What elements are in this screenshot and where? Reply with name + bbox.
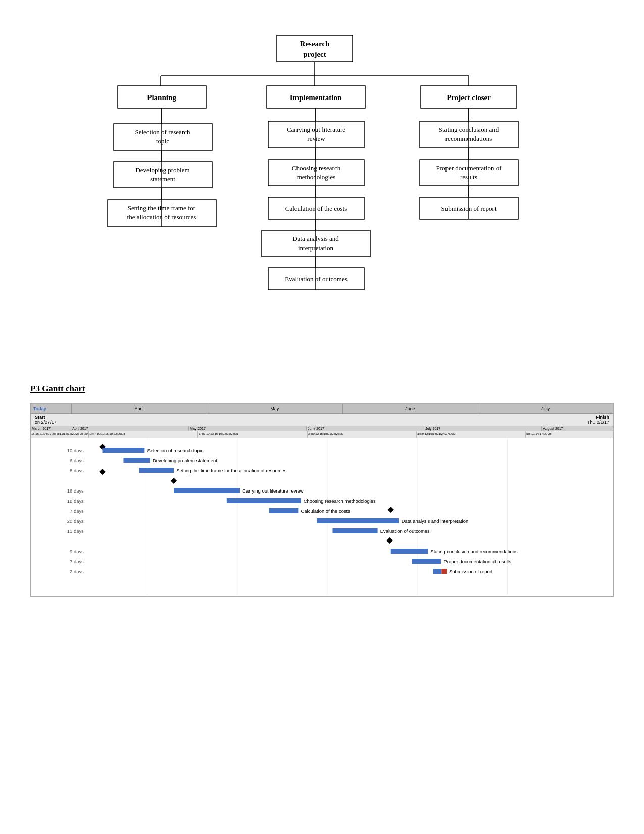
gantt-month-april: April bbox=[71, 404, 207, 413]
gantt-month-cell-2: May 2017 bbox=[189, 426, 307, 431]
svg-text:18 days: 18 days bbox=[67, 499, 84, 504]
svg-rect-29 bbox=[268, 121, 364, 148]
svg-text:Carrying out literature review: Carrying out literature review bbox=[242, 488, 304, 494]
svg-rect-16 bbox=[114, 124, 212, 150]
svg-text:Stating conclusion and recomme: Stating conclusion and recommendations bbox=[430, 549, 518, 554]
gantt-dates-april: 1|4|7|10|13|16|19|22|25|28 bbox=[89, 431, 198, 438]
svg-text:Implementation: Implementation bbox=[289, 93, 341, 102]
svg-text:8 days: 8 days bbox=[70, 468, 84, 473]
svg-text:Data analysis and interpretati: Data analysis and interpretation bbox=[402, 519, 468, 524]
svg-text:Calculation of the costs: Calculation of the costs bbox=[301, 509, 351, 514]
gantt-dates-july: 3|6|9|12|15|18|21|24|27|30|2 bbox=[417, 431, 526, 438]
gantt-month-row: March 2017 April 2017 May 2017 June 2017… bbox=[31, 426, 613, 431]
gantt-header: Today April May June July bbox=[31, 404, 613, 414]
gantt-month-cell-5: August 2017 bbox=[542, 426, 613, 431]
svg-text:Proper documentation of result: Proper documentation of results bbox=[444, 559, 512, 564]
gantt-dates-may: 1|4|7|10|13|16|19|22|25|28|31 bbox=[198, 431, 307, 438]
svg-text:Setting the time frame for the: Setting the time frame for the allocatio… bbox=[176, 468, 287, 473]
gantt-month-june: June bbox=[342, 404, 478, 413]
svg-text:20 days: 20 days bbox=[67, 519, 84, 524]
svg-rect-83 bbox=[269, 508, 299, 513]
svg-text:review: review bbox=[307, 135, 325, 142]
svg-text:Developing problem: Developing problem bbox=[135, 166, 189, 174]
gantt-dates-aug: 5|8|11|14|17|20|28 bbox=[526, 431, 613, 438]
svg-text:Evaluation of outcomes: Evaluation of outcomes bbox=[380, 529, 430, 534]
svg-text:Selection of research: Selection of research bbox=[135, 128, 190, 136]
svg-rect-73 bbox=[139, 468, 174, 473]
start-date: on 2/27/17 bbox=[35, 420, 57, 425]
svg-text:9 days: 9 days bbox=[70, 549, 84, 554]
gantt-month-cell-0: March 2017 bbox=[31, 426, 71, 431]
gantt-month-cell-3: June 2017 bbox=[307, 426, 424, 431]
gantt-dates-june: 3|6|9|12|15|18|21|24|27|30 bbox=[308, 431, 417, 438]
svg-text:Developing problem statement: Developing problem statement bbox=[153, 458, 217, 463]
gantt-dates-march: 15|18|21|24|27|2|5|8|11|14|17|20|25|26|2… bbox=[31, 431, 89, 438]
svg-text:10 days: 10 days bbox=[67, 448, 84, 453]
wbs-svg: .box-bold { font-family: 'Times New Roma… bbox=[82, 20, 562, 364]
svg-text:16 days: 16 days bbox=[67, 488, 84, 494]
svg-rect-99 bbox=[433, 569, 442, 574]
svg-rect-77 bbox=[174, 488, 240, 493]
svg-rect-96 bbox=[412, 559, 441, 564]
svg-text:Calculation of the costs: Calculation of the costs bbox=[285, 205, 346, 212]
svg-text:11 days: 11 days bbox=[67, 529, 84, 534]
gantt-dates-row: 15|18|21|24|27|2|5|8|11|14|17|20|25|26|2… bbox=[31, 431, 613, 438]
svg-text:Planning: Planning bbox=[147, 93, 176, 102]
svg-text:2 days: 2 days bbox=[70, 569, 84, 574]
gantt-bars-svg: Selection of research topic 10 days Deve… bbox=[31, 438, 613, 595]
svg-rect-33 bbox=[268, 160, 364, 186]
svg-text:project: project bbox=[303, 50, 326, 58]
svg-rect-86 bbox=[317, 518, 399, 523]
svg-rect-67 bbox=[103, 448, 145, 453]
svg-text:Project closer: Project closer bbox=[447, 93, 491, 102]
svg-text:Submission of report: Submission of report bbox=[449, 569, 493, 574]
start-label: Start bbox=[35, 415, 45, 420]
gantt-body: Selection of research topic 10 days Deve… bbox=[31, 438, 613, 596]
svg-text:Carrying out literature: Carrying out literature bbox=[286, 126, 345, 133]
svg-rect-100 bbox=[441, 569, 447, 574]
gantt-month-may: May bbox=[207, 404, 342, 413]
svg-marker-76 bbox=[171, 478, 177, 484]
svg-rect-20 bbox=[114, 162, 212, 188]
gantt-title: P3 Gantt chart bbox=[30, 384, 614, 394]
finish-label: Finish bbox=[596, 415, 610, 420]
svg-text:methodologies: methodologies bbox=[296, 173, 335, 181]
svg-rect-93 bbox=[391, 549, 428, 554]
gantt-month-july: July bbox=[478, 404, 613, 413]
svg-text:Evaluation of outcomes: Evaluation of outcomes bbox=[285, 275, 347, 283]
svg-marker-65 bbox=[99, 469, 106, 475]
gantt-section: P3 Gantt chart Today April May June July… bbox=[30, 384, 614, 597]
svg-rect-89 bbox=[332, 528, 377, 533]
gantt-start-finish: Start on 2/27/17 Finish Thu 2/1/17 bbox=[31, 414, 613, 426]
finish-date: Thu 2/1/17 bbox=[587, 420, 609, 425]
svg-text:6 days: 6 days bbox=[70, 458, 84, 463]
svg-marker-66 bbox=[387, 507, 394, 513]
svg-text:7 days: 7 days bbox=[70, 559, 84, 564]
gantt-month-cell-1: April 2017 bbox=[71, 426, 189, 431]
svg-text:Selection of research topic: Selection of research topic bbox=[147, 448, 204, 453]
gantt-chart: Today April May June July Start on 2/27/… bbox=[30, 403, 614, 597]
svg-text:statement: statement bbox=[150, 175, 175, 183]
wbs-diagram: .box-bold { font-family: 'Times New Roma… bbox=[30, 20, 614, 364]
svg-text:Research: Research bbox=[300, 40, 330, 48]
svg-text:Choosing research methodologie: Choosing research methodologies bbox=[304, 499, 376, 504]
gantt-month-cell-4: July 2017 bbox=[424, 426, 542, 431]
svg-text:7 days: 7 days bbox=[70, 509, 84, 514]
svg-rect-80 bbox=[227, 498, 301, 503]
svg-text:Choosing research: Choosing research bbox=[291, 164, 340, 172]
svg-rect-70 bbox=[123, 458, 150, 463]
today-label: Today bbox=[31, 406, 71, 411]
svg-text:topic: topic bbox=[156, 137, 169, 145]
svg-marker-92 bbox=[386, 537, 393, 544]
